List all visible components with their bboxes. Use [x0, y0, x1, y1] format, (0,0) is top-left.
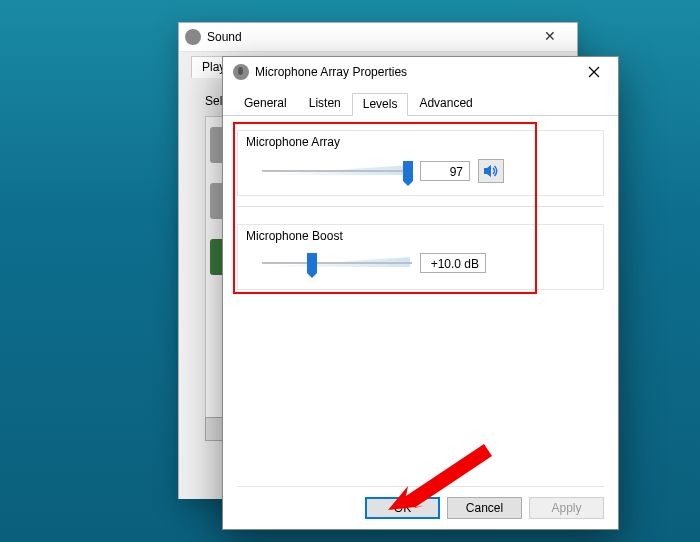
- close-button[interactable]: [574, 59, 614, 85]
- slider-thumb[interactable]: [307, 253, 317, 273]
- microphone-level-label: Microphone Array: [246, 135, 340, 149]
- separator: [237, 206, 604, 207]
- sound-icon: [185, 29, 201, 45]
- microphone-boost-slider[interactable]: [262, 253, 412, 273]
- apply-button: Apply: [529, 497, 604, 519]
- tab-advanced[interactable]: Advanced: [408, 92, 483, 115]
- microphone-level-slider[interactable]: [262, 161, 412, 181]
- microphone-level-value[interactable]: 97: [420, 161, 470, 181]
- sound-body-text: Sel: [205, 94, 222, 108]
- sound-titlebar[interactable]: Sound ✕: [179, 23, 577, 52]
- close-icon: [588, 66, 600, 78]
- mute-button[interactable]: [478, 159, 504, 183]
- desktop: Sound ✕ Playback Sel Co Microphone Array…: [0, 0, 700, 542]
- properties-window: Microphone Array Properties General List…: [222, 56, 619, 530]
- slider-thumb[interactable]: [403, 161, 413, 181]
- microphone-icon: [233, 64, 249, 80]
- tab-general[interactable]: General: [233, 92, 298, 115]
- speaker-icon: [483, 164, 499, 178]
- cancel-button[interactable]: Cancel: [447, 497, 522, 519]
- levels-panel: Microphone Array 97: [223, 116, 618, 494]
- sound-title: Sound: [207, 30, 242, 44]
- ok-button[interactable]: OK: [365, 497, 440, 519]
- microphone-level-group: Microphone Array 97: [237, 130, 604, 196]
- close-icon[interactable]: ✕: [529, 27, 571, 47]
- properties-titlebar[interactable]: Microphone Array Properties: [223, 57, 618, 87]
- microphone-boost-label: Microphone Boost: [246, 229, 343, 243]
- tab-levels[interactable]: Levels: [352, 93, 409, 116]
- properties-title: Microphone Array Properties: [255, 65, 407, 79]
- tabstrip: General Listen Levels Advanced: [223, 87, 618, 116]
- microphone-boost-group: Microphone Boost +10.0 dB: [237, 224, 604, 290]
- tab-listen[interactable]: Listen: [298, 92, 352, 115]
- dialog-button-row: OK Cancel Apply: [237, 486, 604, 519]
- microphone-boost-value[interactable]: +10.0 dB: [420, 253, 486, 273]
